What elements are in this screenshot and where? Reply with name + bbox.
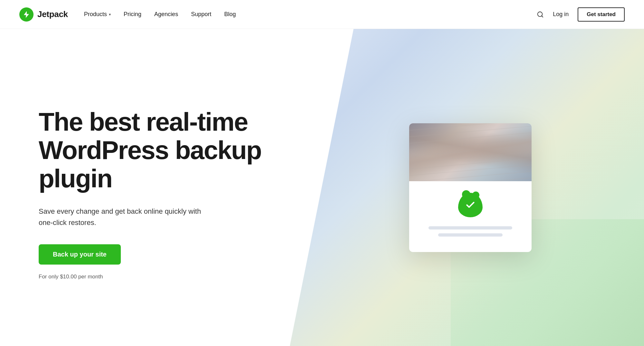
main-nav: Products ▾ Pricing Agencies Support Blog xyxy=(84,11,236,18)
nav-pricing[interactable]: Pricing xyxy=(124,11,141,18)
logo-text: Jetpack xyxy=(37,9,68,19)
get-started-button[interactable]: Get started xyxy=(578,7,625,22)
search-icon xyxy=(537,11,544,18)
price-note: For only $10.00 per month xyxy=(39,274,296,280)
hero-content: The best real-time WordPress backup plug… xyxy=(0,29,644,346)
header-right: Log in Get started xyxy=(537,7,625,22)
card-body xyxy=(409,181,532,252)
logo-link[interactable]: Jetpack xyxy=(19,7,68,22)
nav-products[interactable]: Products ▾ xyxy=(84,11,111,18)
cta-button[interactable]: Back up your site xyxy=(39,244,121,265)
card-line-2 xyxy=(438,233,503,237)
hero-title: The best real-time WordPress backup plug… xyxy=(39,108,296,193)
logo-icon xyxy=(19,7,34,22)
header-left: Jetpack Products ▾ Pricing Agencies Supp… xyxy=(19,7,236,22)
hero-visual xyxy=(296,123,625,252)
login-link[interactable]: Log in xyxy=(553,11,569,18)
card-image xyxy=(409,123,532,181)
nav-blog[interactable]: Blog xyxy=(224,11,236,18)
hero-subtitle: Save every change and get back online qu… xyxy=(39,206,206,228)
hero-section: The best real-time WordPress backup plug… xyxy=(0,29,644,346)
nav-agencies[interactable]: Agencies xyxy=(154,11,178,18)
lightning-bolt-icon xyxy=(22,10,31,19)
cloud-check-icon xyxy=(458,193,483,217)
nav-support[interactable]: Support xyxy=(191,11,211,18)
checkmark-icon xyxy=(465,200,476,210)
svg-line-1 xyxy=(542,16,543,17)
hero-text-area: The best real-time WordPress backup plug… xyxy=(39,95,296,280)
search-button[interactable] xyxy=(537,11,544,18)
backup-card xyxy=(409,123,532,252)
card-line-1 xyxy=(428,226,512,229)
site-header: Jetpack Products ▾ Pricing Agencies Supp… xyxy=(0,0,644,29)
chevron-down-icon: ▾ xyxy=(109,12,111,17)
